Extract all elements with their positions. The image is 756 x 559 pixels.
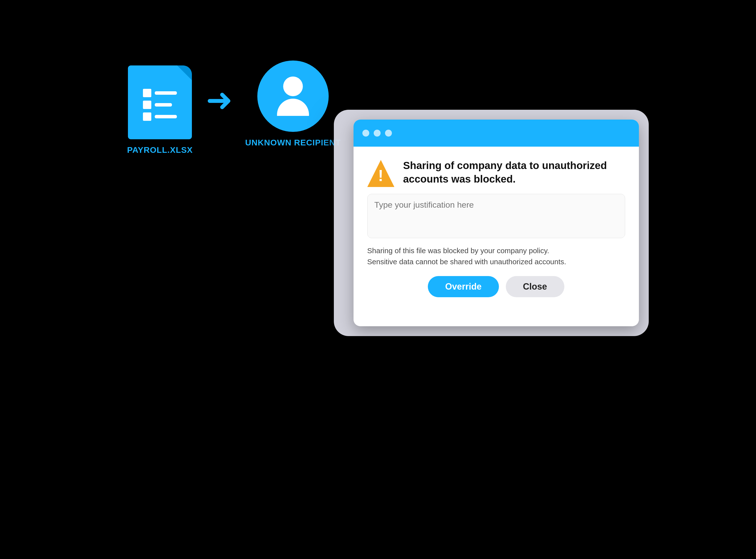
arrow-icon: ➜ — [206, 84, 233, 116]
arrow-container: ➜ — [206, 84, 233, 116]
recipient-icon: UNKNOWN RECIPIENT — [245, 61, 341, 148]
titlebar-dot-3 — [385, 130, 392, 137]
scene: PAYROLL.XLSX ➜ UNKNOWN RECIPIENT — [108, 46, 649, 513]
file-row-2 — [143, 100, 177, 109]
file-row-3 — [143, 112, 177, 121]
person-icon — [277, 76, 309, 116]
dialog-body: ! Sharing of company data to unauthorize… — [353, 147, 639, 326]
file-row-1 — [143, 89, 177, 97]
titlebar-dot-2 — [374, 130, 381, 137]
recipient-circle — [257, 61, 329, 132]
person-body — [277, 99, 309, 116]
dialog-container: ! Sharing of company data to unauthorize… — [334, 110, 649, 336]
person-head — [283, 76, 303, 96]
file-line-3 — [155, 115, 177, 118]
file-square-3 — [143, 112, 151, 121]
file-label: PAYROLL.XLSX — [127, 145, 193, 155]
file-square-1 — [143, 89, 151, 97]
file-square-2 — [143, 100, 151, 109]
file-line-1 — [155, 91, 177, 95]
justification-input[interactable] — [367, 194, 625, 238]
recipient-label: UNKNOWN RECIPIENT — [245, 138, 341, 148]
button-row: Override Close — [367, 276, 625, 297]
alert-heading: Sharing of company data to unauthorized … — [403, 159, 625, 186]
file-rows — [143, 89, 177, 121]
titlebar-dot-1 — [362, 130, 369, 137]
warning-icon: ! — [367, 160, 394, 187]
file-icon: PAYROLL.XLSX — [127, 65, 193, 155]
file-document — [128, 65, 192, 139]
dialog-titlebar — [353, 119, 639, 147]
override-button[interactable]: Override — [428, 276, 499, 297]
alert-row: ! Sharing of company data to unauthorize… — [367, 159, 625, 187]
file-line-2 — [155, 103, 172, 107]
close-button[interactable]: Close — [506, 276, 564, 297]
policy-text: Sharing of this file was blocked by your… — [367, 245, 625, 267]
warning-exclaim-icon: ! — [378, 168, 383, 183]
dialog-window: ! Sharing of company data to unauthorize… — [353, 119, 639, 326]
